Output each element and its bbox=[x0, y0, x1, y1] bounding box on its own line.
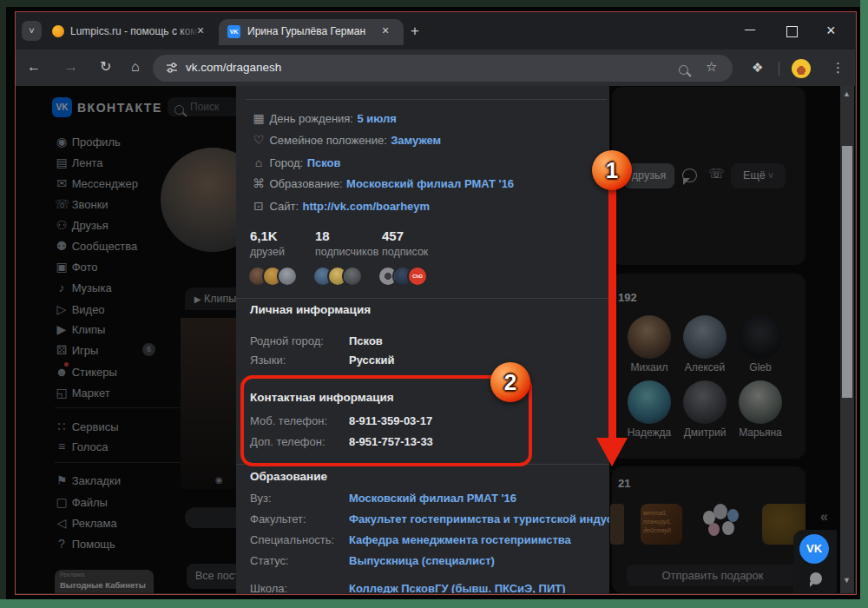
tab-close-icon[interactable]: × bbox=[197, 23, 204, 37]
home-icon[interactable]: ⌂ bbox=[131, 60, 140, 74]
tab-vk-active[interactable]: VK Ирина Гурылёва Герман × bbox=[219, 19, 404, 45]
birthday-link[interactable]: 5 июля bbox=[357, 112, 396, 125]
mini-avatar[interactable] bbox=[344, 268, 361, 285]
frame-strip-left bbox=[0, 0, 6, 608]
screenshot-frame: ˅ Lumpics.ru - помощь с компью × VK Ирин… bbox=[0, 0, 868, 608]
row-label: Языки: bbox=[250, 354, 286, 367]
heart-icon: ♡ bbox=[252, 133, 266, 147]
row-label: Статус: bbox=[250, 554, 289, 567]
info-row-birthday: ▦ День рождения: 5 июля bbox=[252, 110, 397, 126]
education-title: Образование bbox=[250, 470, 327, 483]
subscriptions-stat-label: подписок bbox=[382, 246, 428, 258]
forward-icon[interactable]: → bbox=[64, 60, 78, 74]
tab-lumpics[interactable]: Lumpics.ru - помощь с компью × bbox=[48, 19, 215, 45]
page-scrollbar-thumb[interactable] bbox=[842, 146, 852, 398]
followers-stat-value[interactable]: 18 bbox=[315, 228, 330, 243]
profile-details-modal: ▦ День рождения: 5 июля ♡ Семейное полож… bbox=[236, 86, 609, 593]
status-link[interactable]: Выпускница (специалист) bbox=[349, 554, 495, 567]
zoom-icon[interactable] bbox=[679, 65, 688, 75]
back-icon[interactable]: ← bbox=[27, 60, 41, 74]
tab-close-icon[interactable]: × bbox=[382, 23, 389, 37]
frame-strip-bottom bbox=[0, 599, 868, 608]
vk-messenger-button[interactable]: VK bbox=[799, 534, 829, 564]
tab-caret-button[interactable]: ˅ bbox=[22, 21, 42, 41]
city-link[interactable]: Псков bbox=[307, 156, 341, 169]
home-icon: ⌂ bbox=[252, 155, 266, 169]
window-close-button[interactable]: × bbox=[826, 22, 836, 40]
gift-icon: ▦ bbox=[252, 111, 266, 125]
department-link[interactable]: Кафедра менеджмента гостеприимства bbox=[349, 533, 571, 546]
annotation-highlight-box bbox=[240, 375, 532, 466]
tab-title-fade bbox=[178, 23, 199, 41]
personal-info-title: Личная информация bbox=[250, 303, 371, 316]
lumpics-favicon bbox=[52, 25, 64, 37]
frame-strip-top bbox=[0, 0, 868, 7]
monitor-icon: ⊡ bbox=[252, 199, 266, 213]
faculty-link[interactable]: Факультет гостеприимства и туристской ин… bbox=[349, 512, 609, 525]
browser-profile-avatar[interactable] bbox=[792, 59, 811, 78]
row-label: Школа: bbox=[250, 582, 287, 593]
subscriptions-stat-value[interactable]: 457 bbox=[382, 228, 404, 243]
row-label: Вуз: bbox=[250, 492, 272, 505]
education-link[interactable]: Московский филиал РМАТ '16 bbox=[346, 177, 514, 190]
window-minimize-button[interactable]: — bbox=[745, 23, 755, 36]
extensions-icon[interactable]: ❖ bbox=[752, 60, 763, 76]
annotation-step-2: 2 bbox=[490, 362, 530, 402]
site-info-icon[interactable] bbox=[166, 62, 178, 74]
relationship-link[interactable]: Замужем bbox=[391, 134, 441, 147]
school-link[interactable]: Колледж ПсковГУ (бывш. ПКСиЭ, ПИТ) bbox=[349, 582, 566, 593]
info-row-website: ⊡ Сайт: http://vk.com/boarheym bbox=[252, 198, 430, 214]
website-link[interactable]: http://vk.com/boarheym bbox=[303, 200, 431, 213]
divider bbox=[246, 99, 607, 100]
briefcase-icon: ⌘ bbox=[252, 176, 266, 190]
mini-avatar[interactable]: ChO bbox=[409, 268, 426, 285]
scrollbar-up-arrow[interactable]: ▲ bbox=[843, 89, 851, 98]
new-tab-button[interactable]: + bbox=[411, 23, 419, 40]
row-label: Факультет: bbox=[250, 512, 306, 525]
info-row-city: ⌂ Город: Псков bbox=[252, 155, 341, 170]
annotation-arrow-head bbox=[596, 438, 628, 466]
row-value: Русский bbox=[349, 354, 395, 367]
window-maximize-button[interactable] bbox=[786, 26, 798, 37]
bookmark-star-icon[interactable]: ☆ bbox=[706, 59, 717, 75]
vk-favicon: VK bbox=[227, 25, 240, 38]
info-row-education: ⌘ Образование: Московский филиал РМАТ '1… bbox=[252, 175, 514, 191]
chat-bubble-icon[interactable] bbox=[810, 572, 822, 585]
row-label: Специальность: bbox=[250, 533, 334, 546]
frame-strip-right bbox=[860, 0, 868, 608]
reload-icon[interactable]: ↻ bbox=[100, 60, 111, 74]
annotation-arrow-line bbox=[608, 188, 616, 439]
omnibox[interactable]: vk.com/draganesh ☆ bbox=[153, 55, 733, 82]
annotation-step-1: 1 bbox=[592, 150, 632, 190]
university-link[interactable]: Московский филиал РМАТ '16 bbox=[349, 492, 516, 505]
divider bbox=[236, 298, 609, 299]
row-label: Родной город: bbox=[250, 334, 324, 347]
url-text[interactable]: vk.com/draganesh bbox=[186, 61, 281, 74]
friends-stat-label: друзей bbox=[250, 246, 285, 258]
browser-menu-icon[interactable]: ⋮ bbox=[832, 60, 845, 76]
toolbar-divider bbox=[779, 62, 779, 76]
friends-stat-value[interactable]: 6,1K bbox=[250, 228, 278, 243]
scrollbar-down-arrow[interactable]: ▼ bbox=[843, 576, 851, 585]
info-row-relationship: ♡ Семейное положение: Замужем bbox=[252, 132, 441, 148]
mini-avatar[interactable] bbox=[279, 268, 296, 285]
row-value: Псков bbox=[349, 334, 383, 347]
caret-down-icon: ˅ bbox=[29, 25, 34, 36]
followers-stat-label: подписчиков bbox=[315, 246, 378, 258]
tab-title: Ирина Гурылёва Герман bbox=[247, 25, 365, 37]
